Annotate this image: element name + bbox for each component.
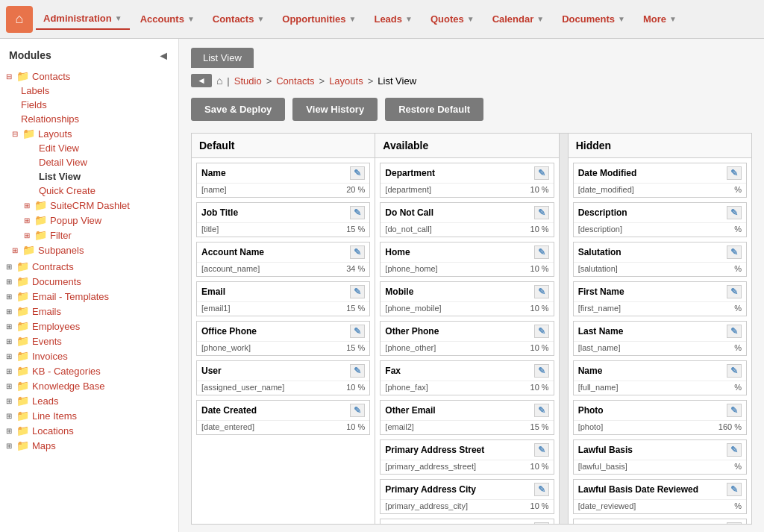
nav-documents[interactable]: Documents ▼ <box>554 9 633 29</box>
tree-label-subpanels[interactable]: Subpanels <box>38 245 84 256</box>
expand-icon[interactable]: ⊞ <box>6 352 12 360</box>
edit-field-icon[interactable]: ✎ <box>534 522 549 524</box>
field-key: [date_modified] <box>578 185 634 194</box>
expand-icon[interactable]: ⊞ <box>6 263 12 271</box>
tree-label[interactable]: Events <box>32 336 62 347</box>
tree-label[interactable]: Locations <box>32 425 74 436</box>
breadcrumb-contacts[interactable]: Contacts <box>276 75 314 87</box>
tree-label[interactable]: Leads <box>32 395 58 407</box>
expand-layouts-icon[interactable]: ⊟ <box>12 130 18 138</box>
edit-field-icon[interactable]: ✎ <box>727 325 742 338</box>
expand-icon[interactable]: ⊞ <box>6 397 12 405</box>
edit-field-icon[interactable]: ✎ <box>727 522 742 524</box>
tree-item-list-view[interactable]: List View <box>6 169 178 184</box>
edit-field-icon[interactable]: ✎ <box>534 443 549 457</box>
edit-field-icon[interactable]: ✎ <box>727 166 742 180</box>
edit-field-icon[interactable]: ✎ <box>350 404 365 417</box>
expand-icon[interactable]: ⊞ <box>6 427 12 435</box>
edit-field-icon[interactable]: ✎ <box>727 483 742 496</box>
tree-label[interactable]: KB - Categories <box>32 366 101 377</box>
expand-icon[interactable]: ⊞ <box>6 367 12 375</box>
edit-field-icon[interactable]: ✎ <box>350 245 365 259</box>
edit-field-icon[interactable]: ✎ <box>727 364 742 378</box>
nav-accounts[interactable]: Accounts ▼ <box>133 9 202 29</box>
tree-item-quick-create[interactable]: Quick Create <box>6 184 178 198</box>
tab-list-view[interactable]: List View <box>191 48 254 68</box>
expand-icon[interactable]: ⊞ <box>6 278 12 286</box>
tree-label[interactable]: Line Items <box>32 410 77 422</box>
edit-field-icon[interactable]: ✎ <box>727 443 742 457</box>
tree-label[interactable]: Email - Templates <box>32 291 109 302</box>
field-name: Lawful Basis Date Reviewed ✎ <box>574 480 746 500</box>
nav-administration[interactable]: Administration ▼ <box>36 8 130 30</box>
expand-icon[interactable]: ⊞ <box>6 307 12 316</box>
tree-label-layouts[interactable]: Layouts <box>38 128 72 140</box>
tree-label[interactable]: Knowledge Base <box>32 381 105 392</box>
edit-field-icon[interactable]: ✎ <box>534 364 549 378</box>
edit-field-icon[interactable]: ✎ <box>727 404 742 417</box>
expand-contacts-icon[interactable]: ⊟ <box>6 72 12 81</box>
nav-more[interactable]: More ▼ <box>636 9 684 29</box>
expand-dashlet-icon[interactable]: ⊞ <box>24 201 30 210</box>
tree-item-edit-view[interactable]: Edit View <box>6 141 178 155</box>
tree-label[interactable]: Maps <box>32 440 56 451</box>
edit-field-icon[interactable]: ✎ <box>727 245 742 259</box>
nav-leads[interactable]: Leads ▼ <box>366 9 419 29</box>
edit-field-icon[interactable]: ✎ <box>727 285 742 298</box>
edit-field-icon[interactable]: ✎ <box>534 245 549 259</box>
nav-calendar[interactable]: Calendar ▼ <box>485 9 552 29</box>
folder-icon: 📁 <box>16 350 29 362</box>
edit-field-icon[interactable]: ✎ <box>534 206 549 219</box>
tree-label[interactable]: Invoices <box>32 351 68 362</box>
tree-item-relationships[interactable]: Relationships <box>0 112 178 126</box>
expand-popup-icon[interactable]: ⊞ <box>24 216 30 225</box>
breadcrumb-studio[interactable]: Studio <box>234 75 262 87</box>
tree-label[interactable]: Contracts <box>32 261 74 272</box>
edit-field-icon[interactable]: ✎ <box>350 285 365 298</box>
back-button[interactable]: ◄ <box>191 74 212 87</box>
tree-label-popup[interactable]: Popup View <box>50 215 101 226</box>
expand-icon[interactable]: ⊞ <box>6 442 12 450</box>
expand-icon[interactable]: ⊞ <box>6 382 12 390</box>
expand-subpanels-icon[interactable]: ⊞ <box>12 246 18 254</box>
expand-filter-icon[interactable]: ⊞ <box>24 231 30 240</box>
tree-label[interactable]: Employees <box>32 321 80 332</box>
tree-label[interactable]: Documents <box>32 276 81 287</box>
nav-opportunities[interactable]: Opportunities ▼ <box>275 9 363 29</box>
expand-icon[interactable]: ⊞ <box>6 337 12 345</box>
nav-contacts[interactable]: Contacts ▼ <box>205 9 272 29</box>
tree-item-maps: ⊞ 📁 Maps <box>0 438 178 453</box>
edit-field-icon[interactable]: ✎ <box>350 325 365 338</box>
edit-field-icon[interactable]: ✎ <box>534 285 549 298</box>
edit-field-icon[interactable]: ✎ <box>350 206 365 219</box>
edit-field-icon[interactable]: ✎ <box>534 483 549 496</box>
expand-icon[interactable]: ⊞ <box>6 292 12 301</box>
expand-icon[interactable]: ⊞ <box>6 412 12 420</box>
edit-field-icon[interactable]: ✎ <box>534 404 549 417</box>
field-pct: % <box>734 264 742 273</box>
edit-field-icon[interactable]: ✎ <box>534 166 549 180</box>
breadcrumb-layouts[interactable]: Layouts <box>329 75 363 87</box>
edit-field-icon[interactable]: ✎ <box>727 206 742 219</box>
edit-field-icon[interactable]: ✎ <box>350 166 365 180</box>
tree-label-filter[interactable]: Filter <box>50 230 72 241</box>
folder-icon: 📁 <box>16 320 29 332</box>
tree-item-fields[interactable]: Fields <box>0 98 178 112</box>
field-meta: [email2] 15 % <box>381 421 553 434</box>
edit-field-icon[interactable]: ✎ <box>350 364 365 378</box>
tree-label-dashlet[interactable]: SuiteCRM Dashlet <box>50 200 130 211</box>
tree-item-detail-view[interactable]: Detail View <box>6 155 178 169</box>
field-item: Lawful Basis Date Reviewed ✎ [date_revie… <box>573 479 747 514</box>
tree-label[interactable]: Emails <box>32 306 61 317</box>
collapse-sidebar-button[interactable]: ◄ <box>157 49 169 63</box>
home-icon[interactable]: ⌂ <box>216 75 222 87</box>
view-history-button[interactable]: View History <box>292 98 378 121</box>
nav-quotes[interactable]: Quotes ▼ <box>423 9 482 29</box>
edit-field-icon[interactable]: ✎ <box>534 325 549 338</box>
home-button[interactable]: ⌂ <box>6 6 33 33</box>
expand-icon[interactable]: ⊞ <box>6 322 12 331</box>
tree-label-contacts[interactable]: Contacts <box>32 71 70 82</box>
restore-default-button[interactable]: Restore Default <box>385 98 483 121</box>
save-deploy-button[interactable]: Save & Deploy <box>191 98 285 121</box>
tree-item-labels[interactable]: Labels <box>0 84 178 98</box>
